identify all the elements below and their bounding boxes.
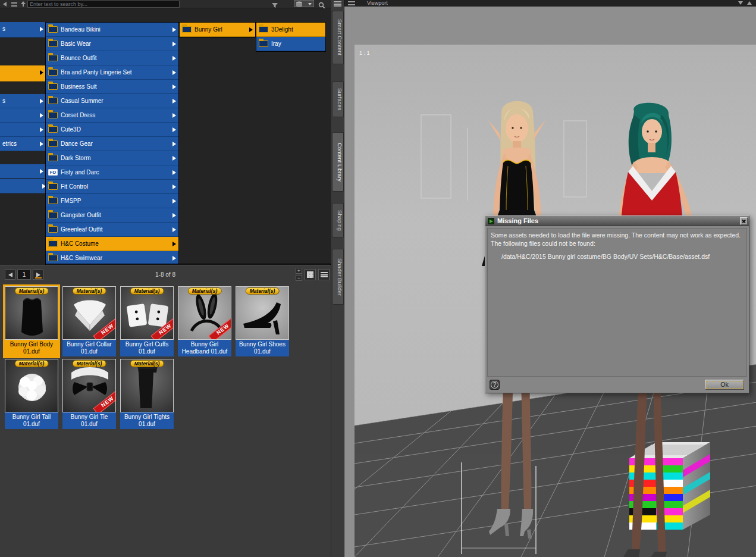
asset-thumb-bunny-girl-collar[interactable]: Material(s) NEW Bunny Girl Collar01.duf	[62, 286, 116, 356]
result-range-label: 1-8 of 8	[76, 271, 255, 278]
database-dropdown-button[interactable]	[294, 0, 314, 7]
menu-item-corset-dress[interactable]: Corset Dress	[46, 108, 178, 123]
folder-icon	[48, 26, 58, 33]
menu-item-greenleaf-outfit[interactable]: Greenleaf Outfit	[46, 223, 178, 237]
submenu-arrow-icon	[40, 142, 43, 146]
asset-label: Bunny Girl Cuffs01.duf	[120, 340, 174, 356]
folder-icon	[48, 198, 58, 204]
folder-up-icon[interactable]	[19, 1, 27, 7]
menu-item-bandeau-bikini[interactable]: Bandeau Bikini	[46, 23, 178, 37]
nav-back-icon[interactable]	[2, 1, 10, 7]
expand-icon[interactable]	[747, 1, 753, 5]
menu-item-hc-costume[interactable]: H&C Costume	[46, 237, 178, 251]
list-view-button[interactable]	[318, 269, 330, 280]
menu-item-bounce-outfit[interactable]: Bounce Outfit	[46, 51, 178, 65]
submenu-arrow-icon	[172, 170, 176, 175]
menu-item-gangster-outfit[interactable]: Gangster Outfit	[46, 208, 178, 223]
menu-item-clipped[interactable]: s	[0, 22, 46, 37]
submenu-arrow-icon	[172, 184, 176, 189]
menu-item-clipped-selected[interactable]	[0, 65, 46, 82]
menu-item-bra-panty-lingerie[interactable]: Bra and Panty Lingerie Set	[46, 65, 178, 80]
submenu-arrow-icon	[172, 227, 176, 232]
dialog-titlebar[interactable]: Missing Files	[485, 216, 749, 226]
tab-smart-content[interactable]: Smart Content	[332, 11, 344, 64]
viewport-menu-icon[interactable]	[348, 1, 355, 5]
grid-icon	[307, 271, 313, 278]
pane-menu-icon[interactable]	[334, 1, 341, 7]
missing-files-dialog: Missing Files Some assets needed to load…	[485, 215, 749, 393]
tab-content-library[interactable]: Content Library	[332, 132, 344, 192]
folder-icon	[48, 212, 58, 218]
submenu-arrow-icon	[172, 113, 176, 118]
asset-thumb-bunny-girl-body[interactable]: Material(s) Bunny Girl Body01.duf	[5, 286, 58, 356]
asset-label: Bunny Girl Tights01.duf	[120, 412, 174, 429]
menu-item-fit-control[interactable]: Fit Control	[46, 180, 178, 194]
list-icon	[321, 272, 328, 277]
asset-preview: Material(s) NEW	[62, 359, 116, 412]
menu-item-fisty-and-darc[interactable]: FDFisty and Darc	[46, 165, 178, 180]
folder-icon	[48, 255, 58, 261]
menu-item-clipped[interactable]	[0, 179, 48, 193]
thumb-size-stepper[interactable]: +−	[296, 268, 303, 281]
menu-item-clipped[interactable]	[0, 164, 46, 179]
tab-surfaces[interactable]: Surfaces	[332, 82, 344, 117]
submenu-arrow-icon	[40, 27, 43, 32]
menu-item-bunny-girl[interactable]: Bunny Girl	[180, 23, 255, 37]
close-icon[interactable]	[740, 217, 748, 225]
next-page-button[interactable]	[33, 270, 43, 280]
asset-preview: Material(s)	[5, 359, 58, 412]
app-logo-icon	[488, 218, 494, 224]
ok-button[interactable]: Ok	[705, 380, 744, 390]
dialog-title: Missing Files	[497, 217, 538, 224]
asset-thumb-bunny-girl-headband[interactable]: Material(s) NEW Bunny GirlHeadband 01.du…	[178, 286, 231, 356]
missing-file-path: /data/H&C/2015 Bunny girl costume/BG Bod…	[501, 253, 744, 260]
menu-item-clipped[interactable]	[0, 123, 46, 137]
submenu-arrow-icon	[172, 242, 176, 246]
menu-item-clipped[interactable]: s	[0, 94, 46, 108]
menu-item-3delight[interactable]: 3Delight	[256, 23, 325, 37]
tab-shaping[interactable]: Shaping	[332, 203, 344, 237]
asset-thumb-bunny-girl-cuffs[interactable]: Material(s) NEW Bunny Girl Cuffs01.duf	[120, 286, 174, 356]
menu-item-business-suit[interactable]: Business Suit	[46, 80, 178, 94]
asset-label: Bunny GirlHeadband 01.duf	[178, 340, 231, 356]
folder-icon	[48, 55, 58, 61]
menu-item-dance-gear[interactable]: Dance Gear	[46, 137, 178, 151]
folder-icon	[48, 183, 58, 190]
viewport-header: Viewport	[344, 0, 756, 7]
asset-preview: Material(s) NEW	[120, 286, 174, 340]
search-icon[interactable]	[318, 1, 326, 8]
menu-item-clipped[interactable]	[0, 108, 46, 123]
page-number[interactable]: 1	[17, 270, 31, 280]
asset-thumb-bunny-girl-shoes[interactable]: Material(s) Bunny Girl Shoes01.duf	[236, 286, 289, 356]
filter-icon[interactable]	[271, 1, 279, 8]
submenu-arrow-icon	[172, 99, 176, 104]
pane-tab-strip: Smart Content Surfaces Content Library S…	[331, 0, 344, 557]
submenu-arrow-icon	[40, 113, 43, 118]
menu-item-dark-storm[interactable]: Dark Storm	[46, 151, 178, 165]
folder-icon	[48, 240, 58, 247]
menu-item-cute3d[interactable]: Cute3D	[46, 123, 178, 137]
prev-page-button[interactable]	[5, 270, 15, 280]
folder-icon	[259, 26, 268, 33]
collapse-icon[interactable]	[738, 1, 744, 5]
menu-item-clipped[interactable]: etrics	[0, 137, 46, 151]
nav-menu-icon[interactable]	[11, 1, 18, 7]
submenu-arrow-icon	[172, 27, 176, 32]
grid-view-button[interactable]	[305, 269, 316, 280]
asset-thumb-bunny-girl-tail[interactable]: Material(s) Bunny Girl Tail01.duf	[5, 359, 58, 429]
asset-thumb-bunny-girl-tie[interactable]: Material(s) NEW Bunny Girl Tie01.duf	[62, 359, 116, 429]
submenu-arrow-icon	[172, 156, 176, 161]
menu-item-casual-summer[interactable]: Casual Summer	[46, 94, 178, 108]
help-button[interactable]: ?	[490, 380, 500, 390]
materials-badge: Material(s)	[130, 360, 164, 367]
asset-label: Bunny Girl Shoes01.duf	[236, 340, 289, 356]
folder-icon	[48, 40, 58, 47]
menu-item-iray[interactable]: Iray	[256, 37, 325, 51]
search-input[interactable]	[27, 1, 180, 8]
menu-item-basic-wear[interactable]: Basic Wear	[46, 37, 178, 51]
menu-item-fmspp[interactable]: FMSPP	[46, 194, 178, 208]
menu-column-2: Bandeau Bikini Basic Wear Bounce Outfit …	[45, 22, 179, 266]
asset-thumb-bunny-girl-tights[interactable]: Material(s) Bunny Girl Tights01.duf	[120, 359, 174, 429]
tab-shader-builder[interactable]: Shader Builder	[332, 249, 344, 305]
folder-icon	[48, 98, 58, 104]
